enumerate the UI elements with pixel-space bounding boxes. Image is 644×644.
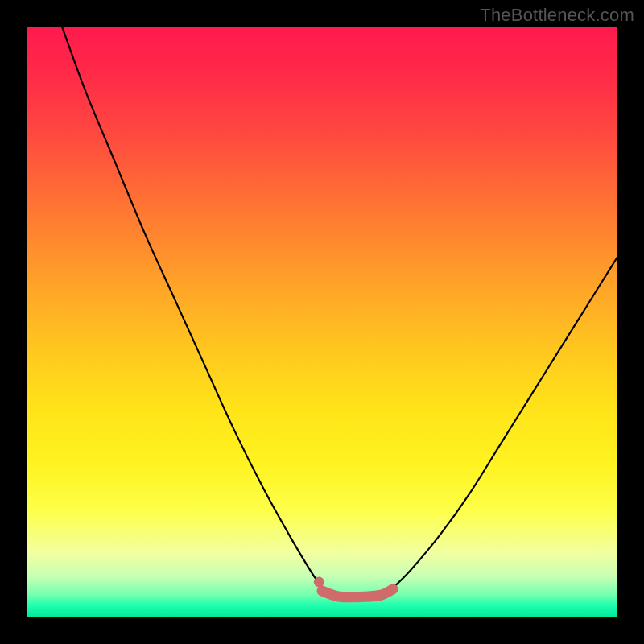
marker-band-path [322, 589, 393, 597]
left-curve-path [62, 27, 322, 588]
marker-layer [314, 577, 393, 597]
right-curve-path [393, 257, 617, 588]
watermark-text: TheBottleneck.com [480, 5, 634, 26]
marker-dot [314, 577, 324, 588]
plot-area [27, 27, 617, 617]
curve-layer [62, 27, 617, 588]
chart-svg [27, 27, 617, 617]
chart-frame: TheBottleneck.com [0, 0, 644, 644]
